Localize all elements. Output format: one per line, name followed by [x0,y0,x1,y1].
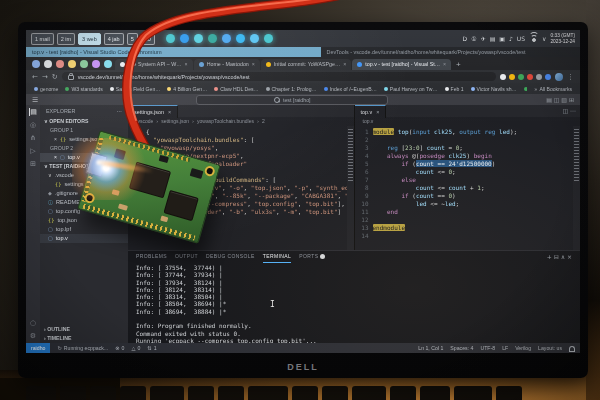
panel-tab-debug-console[interactable]: DEBUG CONSOLE [206,251,255,262]
extension-icon[interactable] [509,74,515,80]
status-item[interactable]: LF [502,345,508,351]
taskbar-app-icon[interactable] [236,34,245,43]
forward-button[interactable]: → [42,73,48,81]
pinned-tab[interactable] [80,60,88,68]
pinned-tab[interactable] [92,60,100,68]
remote-indicator[interactable]: raidho [26,343,50,353]
status-item[interactable]: Ln 1, Col 1 [418,345,443,351]
panel-action-icons[interactable]: + ⊟ ∧ × [547,253,572,260]
profile-avatar[interactable] [555,73,563,81]
notifications-bell-icon[interactable] [569,346,575,351]
tab-close-icon[interactable]: × [443,59,446,70]
command-center-search[interactable]: test [raidho] [196,95,388,105]
account-icon[interactable]: ○ [30,319,36,327]
breadcrumb-item[interactable]: yowaspToolchain.bundles [197,117,254,126]
status-item[interactable]: Spaces: 4 [450,345,473,351]
active-window-title[interactable]: top.v - test [raidho] - Visual Studio Co… [26,47,321,57]
bookmark-item[interactable]: Tweet / Twitter [524,86,528,92]
keyboard-layout-indicator[interactable]: US [517,35,525,42]
settings-icon[interactable]: ⚙ [30,332,36,340]
bookmark-item[interactable]: Victor Navils sh… [471,86,517,92]
pinned-tab[interactable] [44,60,52,68]
wifi-icon[interactable] [529,35,538,42]
tree-item-toplpf[interactable]: ▢top.lpf [40,225,128,234]
scm-icon[interactable]: ⋔ [30,134,36,142]
breadcrumb[interactable]: top.v [355,117,581,126]
all-bookmarks[interactable]: » All Bookmarks [534,86,572,92]
back-button[interactable]: ← [32,73,38,81]
workspace-pill[interactable]: 3 web [78,33,101,45]
minimap[interactable] [347,126,354,250]
panel-tab-output[interactable]: OUTPUT [175,251,198,262]
breadcrumb-item[interactable]: settings.json [161,117,189,126]
tree-item-topv[interactable]: ▢top.v [40,234,128,243]
bookmark-item[interactable]: W3 standards [65,86,102,92]
close-icon[interactable]: × [54,153,57,162]
taskbar-app-icon[interactable] [208,34,217,43]
editor-actions-icons[interactable]: ◫ ⋯ [562,105,580,117]
bookmark-item[interactable]: Claw HDL Des… [214,86,258,92]
bookmark-item[interactable]: 4 Billion Gen… [167,86,207,92]
tray-icon[interactable]: ① [471,35,476,42]
status-item[interactable]: Layout: us [538,345,562,351]
view-timeline[interactable]: › TIMELINE [40,334,128,343]
breadcrumb-item[interactable]: 2 [262,117,265,126]
breadcrumb[interactable]: .vscode›settings.json›yowaspToolchain.bu… [128,117,354,126]
status-sync[interactable]: ↻Running ecppack... [57,345,108,351]
pinned-tab[interactable] [104,60,112,68]
devtools-window-title[interactable]: DevTools - vscode.dev/tunnel/raidho/home… [321,47,580,57]
workspace-pill[interactable]: 10 [141,33,155,45]
browser-tab[interactable]: Home - Mastodon× [194,59,260,70]
minimap[interactable] [573,126,580,250]
extension-icon[interactable] [536,74,542,80]
menu-icon[interactable]: ☰ [32,96,38,104]
tab-close-icon[interactable]: × [343,59,346,70]
workspace-pill[interactable]: 1 mail [31,33,54,45]
debug-icon[interactable]: ▷ [30,147,35,155]
taskbar-app-icon[interactable] [194,34,203,43]
pinned-tab[interactable] [32,60,40,68]
bookmark-item[interactable]: Feb 1 [445,86,464,92]
new-tab-button[interactable]: + [456,60,461,69]
tray-icon[interactable]: D [463,35,468,42]
overflow-chevron-icon[interactable]: » [534,86,537,92]
more-actions-icon[interactable]: ⋯ [117,105,122,117]
browser-tab[interactable]: Initial commit: YoWASPge…× [261,59,351,70]
reload-button[interactable]: ↻ [52,73,58,81]
workspace-pill[interactable]: 5 [127,33,138,45]
panel-tab-problems[interactable]: PROBLEMS [136,251,167,262]
search-icon[interactable]: ◎ [30,121,36,129]
breadcrumb-item[interactable]: top.v [363,117,374,126]
chevron-down-icon[interactable]: ∨ [542,35,546,42]
panel-tab-ports[interactable]: PORTS [299,251,325,262]
browser-tab[interactable]: top.v - test [raidho] - Visual St…× [352,59,451,70]
browser-tab[interactable]: File System API – W…× [115,59,193,70]
files-icon[interactable]: ▤ [29,108,37,116]
taskbar-app-icon[interactable] [180,34,189,43]
status-err[interactable]: ⊗0 [115,345,124,351]
bookmark-item[interactable]: Chapter 1: Prolog… [266,86,317,92]
secure-lock-icon[interactable] [68,75,74,80]
taskbar-app-icon[interactable] [166,34,175,43]
tray-icon[interactable]: ✈ [481,35,486,42]
pinned-tab[interactable] [68,60,76,68]
tray-icon[interactable]: ♪ [509,35,513,42]
layout-toggle-icons[interactable]: ▤ ◫ ▥ ⊞ [546,96,574,103]
extensions-icon[interactable]: ⊞ [30,160,36,168]
extension-icon[interactable] [545,74,551,80]
tray-icon[interactable]: ▤ [490,35,496,42]
view-outline[interactable]: › OUTLINE [40,325,128,334]
bookmark-item[interactable]: genome [34,86,58,92]
bookmark-item[interactable]: Index of /~EugenB… [324,86,377,92]
terminal[interactable]: Info: [ 37554, 37744) |Info: [ 37744, 37… [128,262,580,343]
extension-icon[interactable] [518,74,524,80]
pinned-tab[interactable] [56,60,64,68]
tab-close-icon[interactable]: × [252,59,255,70]
close-icon[interactable]: × [54,135,57,144]
status-item[interactable]: Verilog [515,345,531,351]
status-item[interactable]: UTF-8 [480,345,495,351]
open-editors-section[interactable]: ∨ OPEN EDITORS [40,117,128,126]
taskbar-app-icon[interactable] [222,34,231,43]
taskbar-app-icon[interactable] [264,34,273,43]
status-port[interactable]: ⇅1 [147,345,156,351]
